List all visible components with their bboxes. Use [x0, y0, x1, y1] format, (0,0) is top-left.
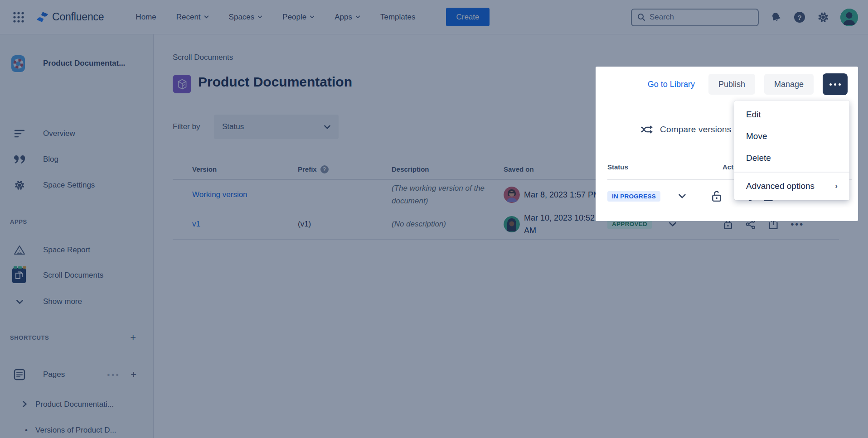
compare-shuffle-icon [641, 125, 653, 135]
publish-button[interactable]: Publish [708, 74, 755, 95]
panel-status-header: Status [607, 163, 628, 171]
more-actions-dropdown-menu: Edit Move Delete Advanced options › [734, 101, 849, 200]
unlock-icon[interactable] [711, 191, 722, 202]
menu-item-edit[interactable]: Edit [734, 104, 849, 125]
chevron-down-icon[interactable] [679, 194, 686, 198]
more-actions-button[interactable] [823, 73, 848, 95]
chevron-right-icon: › [835, 182, 838, 191]
confluence-app: Confluence Home Recent Spaces People App… [0, 0, 868, 438]
advanced-options-label: Advanced options [746, 181, 815, 191]
status-badge[interactable]: IN PROGRESS [607, 191, 660, 202]
go-to-library-link[interactable]: Go to Library [648, 80, 695, 89]
compare-versions-button[interactable]: Compare versions [641, 125, 731, 135]
manage-button[interactable]: Manage [764, 74, 814, 95]
menu-item-move[interactable]: Move [734, 125, 849, 147]
compare-versions-label: Compare versions [660, 125, 731, 135]
menu-item-advanced-options[interactable]: Advanced options › [734, 175, 849, 197]
menu-item-delete[interactable]: Delete [734, 147, 849, 169]
menu-divider [734, 172, 849, 173]
document-actions-toolbar: Go to Library Publish Manage [648, 73, 848, 95]
